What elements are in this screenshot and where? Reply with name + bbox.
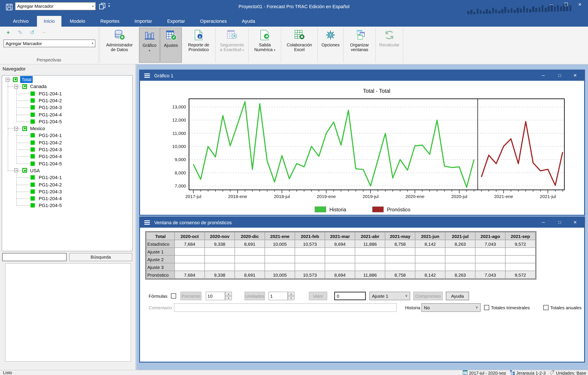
spin-up-icon[interactable]: ▲: [288, 292, 295, 296]
tab-inicio[interactable]: Inicio: [37, 16, 62, 27]
forecast-cell[interactable]: [385, 263, 415, 271]
administrador-de-datos-button[interactable]: Administradorde Datos: [100, 28, 139, 63]
units-stepper-value[interactable]: 1: [268, 292, 288, 300]
forecast-cell[interactable]: [415, 263, 445, 271]
forecast-cell[interactable]: [175, 255, 205, 263]
consensus-window-titlebar[interactable]: Ventana de consenso de pronósticos ─ □ ✕: [140, 217, 584, 228]
ajuste-select[interactable]: Ajuste 1 ∨: [369, 292, 410, 300]
tree-item-pg1-204-1[interactable]: PG1-204-1: [37, 132, 63, 139]
chevron-down-icon[interactable]: ∨: [405, 292, 408, 300]
tree-item-total[interactable]: Total: [20, 76, 33, 83]
tree-item-pg1-204-1[interactable]: PG1-204-1: [37, 174, 63, 181]
forecast-cell[interactable]: 8,758: [385, 240, 415, 248]
forecast-cell[interactable]: [295, 263, 325, 271]
forecast-cell[interactable]: [175, 263, 205, 271]
tree-collapse-toggle[interactable]: [6, 78, 10, 81]
reporte-de-pronostico-button[interactable]: Reporte dePronóstico: [182, 28, 215, 63]
percent-stepper-value[interactable]: 10: [206, 292, 225, 300]
spin-up-icon[interactable]: ▲: [225, 292, 232, 296]
forecast-cell[interactable]: 9,338: [205, 271, 235, 279]
forecast-cell[interactable]: 10,573: [295, 271, 325, 279]
forecast-cell[interactable]: 8,691: [235, 240, 265, 248]
forecast-cell[interactable]: [295, 255, 325, 263]
forecast-cell[interactable]: [265, 255, 295, 263]
value-input[interactable]: 0: [334, 292, 366, 300]
forecast-cell[interactable]: 7,043: [475, 240, 505, 248]
forecast-cell[interactable]: 11,886: [355, 271, 385, 279]
forecast-cell[interactable]: [175, 248, 205, 255]
minimize-button[interactable]: ─: [546, 1, 557, 8]
units-stepper[interactable]: ▲ ▼: [288, 292, 295, 300]
perspective-combo[interactable]: Agregar Marcador ▾: [3, 40, 95, 47]
forecast-cell[interactable]: [415, 255, 445, 263]
forecast-cell[interactable]: [235, 248, 265, 255]
close-icon[interactable]: ✕: [569, 71, 581, 81]
forecast-cell[interactable]: [355, 255, 385, 263]
tab-exportar[interactable]: Exportar: [160, 16, 192, 27]
forecast-cell[interactable]: [385, 248, 415, 255]
maximize-icon[interactable]: □: [554, 217, 565, 228]
totales-trimestrales-checkbox[interactable]: [484, 305, 489, 310]
tree-item-pg1-204-2[interactable]: PG1-204-2: [37, 97, 63, 104]
forecast-cell[interactable]: [235, 255, 265, 263]
spin-down-icon[interactable]: ▼: [225, 296, 232, 300]
forecast-cell[interactable]: [355, 263, 385, 271]
spin-down-icon[interactable]: ▼: [288, 296, 295, 300]
search-button[interactable]: Búsqueda: [69, 253, 132, 261]
historia-select[interactable]: No ∨: [421, 303, 481, 312]
forecast-cell[interactable]: [475, 255, 505, 263]
ajustes-button[interactable]: Ajustes: [160, 28, 182, 63]
add-perspective-button[interactable]: +: [3, 29, 13, 37]
forecast-cell[interactable]: 11,886: [355, 240, 385, 248]
forecast-cell[interactable]: 8,694: [325, 240, 355, 248]
forecast-cell[interactable]: [205, 255, 235, 263]
chevron-down-icon[interactable]: ∨: [475, 304, 478, 312]
forecast-cell[interactable]: 7,684: [175, 240, 205, 248]
forecast-cell[interactable]: [265, 263, 295, 271]
grafico-button[interactable]: Gráfico▾: [139, 28, 160, 63]
minimize-icon[interactable]: ─: [538, 71, 549, 81]
close-icon[interactable]: ✕: [569, 217, 581, 228]
forecast-cell[interactable]: [415, 248, 445, 255]
tree-item-pg1-204-5[interactable]: PG1-204-5: [37, 160, 63, 167]
forecast-cell[interactable]: [445, 263, 475, 271]
close-button[interactable]: ✕: [574, 1, 585, 8]
tree-item-pg1-204-2[interactable]: PG1-204-2: [37, 139, 63, 146]
tree-collapse-toggle[interactable]: [14, 85, 18, 88]
forecast-cell[interactable]: 8,691: [235, 271, 265, 279]
forecast-cell[interactable]: [205, 263, 235, 271]
tree-collapse-toggle[interactable]: [14, 126, 18, 130]
forecast-cell[interactable]: [325, 263, 355, 271]
forecast-cell[interactable]: [325, 255, 355, 263]
forecast-cell[interactable]: 10,005: [265, 240, 295, 248]
edit-perspective-button[interactable]: ✎: [15, 29, 25, 37]
forecast-cell[interactable]: [265, 248, 295, 255]
chart-window-titlebar[interactable]: Gráfico 1 ─ □ ✕: [140, 71, 584, 81]
forecast-cell[interactable]: [445, 248, 475, 255]
tree-item-pg1-204-4[interactable]: PG1-204-4: [37, 153, 63, 160]
forecast-cell[interactable]: 10,005: [265, 271, 295, 279]
tree-item-pg1-204-2[interactable]: PG1-204-2: [37, 181, 63, 188]
forecast-cell[interactable]: 7,043: [475, 271, 505, 279]
colaboracion-excel-button[interactable]: ColaboraciónExcel: [281, 28, 317, 63]
salida-numerica-button[interactable]: SalidaNumérica ▾: [249, 28, 281, 63]
tree-item-usa[interactable]: USA: [29, 167, 41, 174]
forecast-cell[interactable]: [325, 248, 355, 255]
tree-collapse-toggle[interactable]: [14, 169, 18, 172]
forecast-cell[interactable]: [505, 255, 536, 263]
forecast-cell[interactable]: 8,263: [445, 240, 475, 248]
forecast-cell[interactable]: 7,684: [175, 271, 205, 279]
forecast-cell[interactable]: [295, 248, 325, 255]
tree-item-pg1-204-3[interactable]: PG1-204-3: [37, 188, 63, 195]
tree-item-mexico[interactable]: Mexico: [29, 125, 46, 132]
forecast-cell[interactable]: [445, 255, 475, 263]
forecast-cell[interactable]: [205, 248, 235, 255]
opciones-button[interactable]: Opciones: [318, 28, 343, 63]
forecast-cell[interactable]: 9,572: [505, 240, 536, 248]
forecast-cell[interactable]: [505, 248, 536, 255]
menu-icon[interactable]: [144, 75, 150, 76]
chevron-down-icon[interactable]: ▾: [92, 40, 93, 47]
tree-item-canada[interactable]: Canada: [29, 83, 48, 90]
minimize-icon[interactable]: ─: [538, 217, 549, 228]
forecast-cell[interactable]: 8,142: [415, 271, 445, 279]
